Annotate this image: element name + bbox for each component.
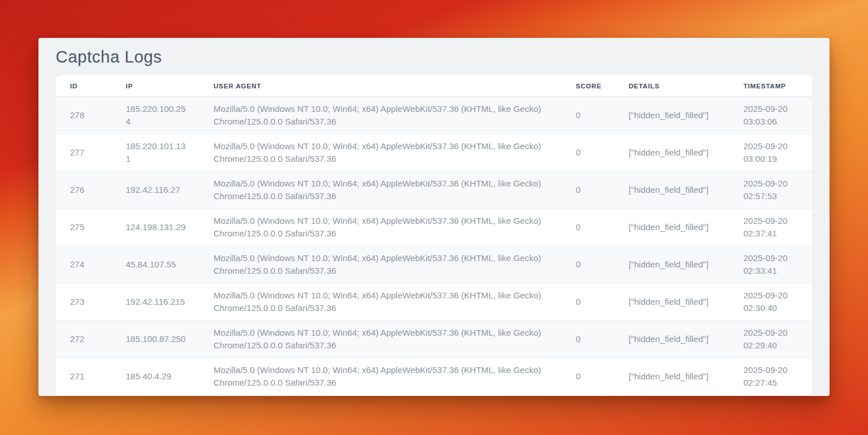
cell-timestamp: 2025-09-20 02:30:40 — [729, 283, 812, 321]
cell-details: ["hidden_field_filled"] — [614, 321, 729, 358]
cell-details: ["hidden_field_filled"] — [614, 134, 729, 172]
cell-ip: 192.42.116.27 — [111, 172, 199, 209]
captcha-logs-card: Captcha Logs IDIPUSER AGENTSCOREDETAILST… — [38, 38, 830, 396]
cell-details: ["hidden_field_filled"] — [614, 97, 729, 134]
table-row: 274 45.84.107.55 Mozilla/5.0 (Windows NT… — [56, 246, 812, 283]
column-header-timestamp: TIMESTAMP — [729, 75, 812, 97]
cell-user-agent: Mozilla/5.0 (Windows NT 10.0; Win64; x64… — [199, 172, 561, 209]
captcha-logs-table-container: IDIPUSER AGENTSCOREDETAILSTIMESTAMP 278 … — [56, 75, 812, 395]
page-title: Captcha Logs — [38, 38, 830, 75]
cell-details: ["hidden_field_filled"] — [614, 172, 729, 209]
table-row: 276 192.42.116.27 Mozilla/5.0 (Windows N… — [56, 172, 812, 209]
table-row: 272 185.100.87.250 Mozilla/5.0 (Windows … — [56, 321, 812, 358]
cell-user-agent: Mozilla/5.0 (Windows NT 10.0; Win64; x64… — [199, 358, 561, 395]
table-row: 278 185.220.100.254 Mozilla/5.0 (Windows… — [56, 97, 812, 134]
captcha-logs-table: IDIPUSER AGENTSCOREDETAILSTIMESTAMP 278 … — [56, 75, 812, 395]
cell-timestamp: 2025-09-20 02:57:53 — [729, 172, 812, 209]
cell-id: 276 — [56, 172, 111, 209]
cell-score: 0 — [561, 246, 614, 283]
cell-ip: 185.100.87.250 — [111, 321, 199, 358]
table-header-row: IDIPUSER AGENTSCOREDETAILSTIMESTAMP — [56, 75, 812, 97]
cell-user-agent: Mozilla/5.0 (Windows NT 10.0; Win64; x64… — [199, 97, 561, 134]
cell-id: 277 — [56, 134, 111, 172]
column-header-id: ID — [56, 75, 111, 97]
cell-details: ["hidden_field_filled"] — [614, 283, 729, 321]
cell-user-agent: Mozilla/5.0 (Windows NT 10.0; Win64; x64… — [199, 209, 561, 246]
cell-score: 0 — [561, 358, 614, 395]
cell-score: 0 — [561, 97, 614, 134]
cell-timestamp: 2025-09-20 02:37:41 — [729, 209, 812, 246]
column-header-ua: USER AGENT — [199, 75, 561, 97]
cell-score: 0 — [561, 321, 614, 358]
cell-user-agent: Mozilla/5.0 (Windows NT 10.0; Win64; x64… — [199, 134, 561, 172]
table-header: IDIPUSER AGENTSCOREDETAILSTIMESTAMP — [56, 75, 812, 97]
cell-timestamp: 2025-09-20 02:27:45 — [729, 358, 812, 395]
column-header-ip: IP — [111, 75, 199, 97]
cell-ip: 185.220.100.254 — [111, 97, 199, 134]
cell-score: 0 — [561, 134, 614, 172]
cell-user-agent: Mozilla/5.0 (Windows NT 10.0; Win64; x64… — [199, 283, 561, 321]
cell-ip: 192.42.116.215 — [111, 283, 199, 321]
table-row: 273 192.42.116.215 Mozilla/5.0 (Windows … — [56, 283, 812, 321]
cell-timestamp: 2025-09-20 02:29:40 — [729, 321, 812, 358]
cell-user-agent: Mozilla/5.0 (Windows NT 10.0; Win64; x64… — [199, 246, 561, 283]
cell-details: ["hidden_field_filled"] — [614, 209, 729, 246]
cell-details: ["hidden_field_filled"] — [614, 246, 729, 283]
cell-ip: 185.40.4.29 — [111, 358, 199, 395]
table-body: 278 185.220.100.254 Mozilla/5.0 (Windows… — [56, 97, 812, 395]
cell-ip: 45.84.107.55 — [111, 246, 199, 283]
cell-id: 274 — [56, 246, 111, 283]
table-row: 271 185.40.4.29 Mozilla/5.0 (Windows NT … — [56, 358, 812, 395]
table-row: 277 185.220.101.131 Mozilla/5.0 (Windows… — [56, 134, 812, 172]
column-header-score: SCORE — [561, 75, 614, 97]
cell-id: 273 — [56, 283, 111, 321]
cell-ip: 185.220.101.131 — [111, 134, 199, 172]
cell-ip: 124.198.131.29 — [111, 209, 199, 246]
cell-details: ["hidden_field_filled"] — [614, 358, 729, 395]
cell-user-agent: Mozilla/5.0 (Windows NT 10.0; Win64; x64… — [199, 321, 561, 358]
cell-score: 0 — [561, 172, 614, 209]
cell-id: 271 — [56, 358, 111, 395]
cell-score: 0 — [561, 283, 614, 321]
column-header-details: DETAILS — [614, 75, 729, 97]
cell-id: 272 — [56, 321, 111, 358]
cell-timestamp: 2025-09-20 02:33:41 — [729, 246, 812, 283]
cell-timestamp: 2025-09-20 03:03:06 — [729, 97, 812, 134]
cell-id: 278 — [56, 97, 111, 134]
cell-score: 0 — [561, 209, 614, 246]
table-row: 275 124.198.131.29 Mozilla/5.0 (Windows … — [56, 209, 812, 246]
cell-id: 275 — [56, 209, 111, 246]
cell-timestamp: 2025-09-20 03:00:19 — [729, 134, 812, 172]
page-background: { "page": { "title": "Captcha Logs" }, "… — [0, 0, 868, 435]
